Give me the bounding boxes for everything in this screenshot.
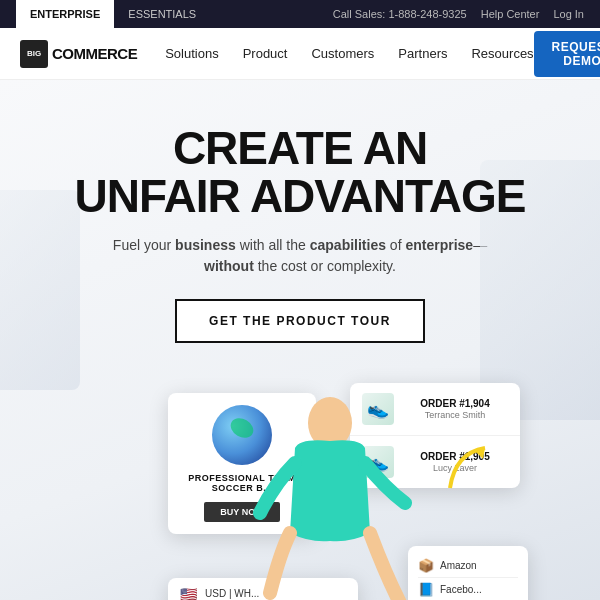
top-bar: ENTERPRISE ESSENTIALS Call Sales: 1-888-… [0,0,600,28]
top-bar-tabs: ENTERPRISE ESSENTIALS [16,0,210,28]
channel-facebook: 📘 Facebo... [418,578,518,600]
nav-partners[interactable]: Partners [398,46,447,61]
phone-number: Call Sales: 1-888-248-9325 [333,8,467,20]
nav-links: Solutions Product Customers Partners Res… [165,46,533,61]
main-nav: BIG COMMERCE Solutions Product Customers… [0,28,600,80]
athlete-svg [240,373,420,600]
hero-title-line1: CREATE AN [173,122,427,174]
nav-product[interactable]: Product [243,46,288,61]
channel-facebook-label: Facebo... [440,584,482,595]
athlete-figure [240,373,420,600]
top-bar-right: Call Sales: 1-888-248-9325 Help Center L… [333,8,584,20]
hero-title: CREATE AN UNFAIR ADVANTAGE [20,124,580,221]
logo-text: COMMERCE [52,45,137,62]
nav-solutions[interactable]: Solutions [165,46,218,61]
tab-essentials[interactable]: ESSENTIALS [114,0,210,28]
logo-icon: BIG [20,40,48,68]
yellow-arrow-decoration [445,443,495,493]
help-center-link[interactable]: Help Center [481,8,540,20]
hero-title-line2: UNFAIR ADVANTAGE [75,172,526,220]
tab-enterprise[interactable]: ENTERPRISE [16,0,114,28]
bg-shape-left [0,190,80,390]
dashboard-mockup: PROFESSIONAL TEAM SOCCER B... BUY NOW 👟 … [20,383,580,600]
channels-panel: 📦 Amazon 📘 Facebo... 📸 Instagr... [408,546,528,600]
hero-subtitle: Fuel your business with all the capabili… [100,235,500,277]
channel-amazon-label: Amazon [440,560,477,571]
channel-amazon: 📦 Amazon [418,554,518,578]
login-link[interactable]: Log In [553,8,584,20]
facebook-icon: 📘 [418,582,434,597]
hero-section: CREATE AN UNFAIR ADVANTAGE Fuel your bus… [0,80,600,600]
flag-icon-1: 🇺🇸 [180,586,197,600]
amazon-icon: 📦 [418,558,434,573]
nav-customers[interactable]: Customers [311,46,374,61]
logo-big-text: BIG [27,50,41,58]
product-tour-button[interactable]: GET THE PRODUCT TOUR [175,299,425,343]
logo[interactable]: BIG COMMERCE [20,40,137,68]
nav-resources[interactable]: Resources [471,46,533,61]
request-demo-button[interactable]: REQUEST DEMO [534,31,600,77]
